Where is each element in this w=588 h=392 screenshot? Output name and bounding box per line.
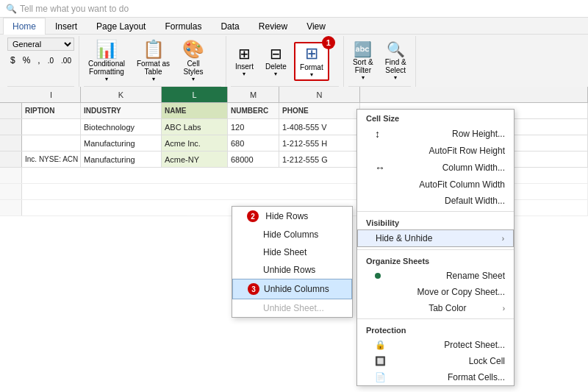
cell-m-3[interactable]: 68000 (228, 152, 279, 167)
hide-columns-item[interactable]: Hide Columns (232, 226, 352, 243)
hide-rows-badge: 2 (247, 210, 259, 222)
unhide-sheet-item[interactable]: Unhide Sheet... (232, 299, 352, 317)
cell-n-header[interactable]: PHONE (279, 103, 360, 118)
unhide-rows-item[interactable]: Unhide Rows (232, 261, 352, 279)
protect-sheet-item[interactable]: 🔒 Protect Sheet... (357, 337, 514, 353)
row-header (0, 135, 22, 151)
autofit-col-item[interactable]: AutoFit Column Width (357, 177, 514, 193)
rename-sheet-label: Rename Sheet (446, 271, 505, 281)
tab-page-layout[interactable]: Page Layout (87, 18, 155, 35)
format-cells-label: Format Cells... (448, 372, 505, 382)
format-cells-item[interactable]: 📄 Format Cells... (357, 369, 514, 385)
move-copy-item[interactable]: Move or Copy Sheet... (357, 284, 514, 300)
cell-n-1[interactable]: 1-408-555 V (279, 119, 360, 135)
tab-color-item[interactable]: Tab Color › (357, 300, 514, 316)
cell-k-header[interactable]: INDUSTRY (81, 103, 162, 118)
insert-button[interactable]: ⊞ Insert ▾ (231, 43, 258, 79)
tab-view[interactable]: View (297, 18, 335, 35)
cell-k-3[interactable]: Manufacturing (81, 152, 162, 167)
hide-unhide-submenu: 2 Hide Rows Hide Columns Hide Sheet Unhi… (232, 206, 353, 318)
unhide-columns-label: Unhide Columns (264, 284, 329, 294)
row-header (0, 152, 22, 167)
cell-m-1[interactable]: 120 (228, 119, 279, 135)
hide-rows-item[interactable]: 2 Hide Rows (232, 207, 352, 226)
cell-m-header[interactable]: NUMBERC (228, 103, 279, 118)
separator-1 (357, 211, 514, 212)
default-width-label: Default Width... (445, 196, 505, 206)
tab-data[interactable]: Data (211, 18, 248, 35)
cell-n-2[interactable]: 1-212-555 H (279, 135, 360, 151)
col-header-m[interactable]: M (228, 87, 279, 102)
cell-l-1[interactable]: ABC Labs (162, 119, 228, 135)
cell-styles-label: CellStyles (183, 60, 203, 76)
tab-home[interactable]: Home (3, 18, 46, 35)
conditional-formatting-label: ConditionalFormatting (88, 60, 125, 76)
delete-arrow: ▾ (274, 71, 277, 77)
hide-unhide-item[interactable]: Hide & Unhide › (357, 229, 514, 247)
col-header-l[interactable]: L (162, 87, 228, 102)
dec-plus-button[interactable]: .0 (45, 55, 57, 66)
autofit-row-item[interactable]: AutoFit Row Height (357, 143, 514, 159)
col-header-k[interactable]: K (81, 87, 162, 102)
cell-i-2[interactable] (22, 135, 81, 151)
visibility-title: Visibility (357, 214, 514, 229)
cell-i-3[interactable]: Inc. NYSE: ACN (22, 152, 81, 167)
cell-i-header[interactable]: RIPTION (22, 103, 81, 118)
separator-3 (357, 318, 514, 319)
cell-k-1[interactable]: Biotechnology (81, 119, 162, 135)
unhide-sheet-label: Unhide Sheet... (263, 303, 324, 313)
move-copy-label: Move or Copy Sheet... (417, 287, 505, 297)
percent-button[interactable]: % (20, 54, 34, 67)
number-format-select[interactable]: General (7, 38, 74, 51)
sort-arrow: ▾ (362, 74, 365, 81)
delete-button[interactable]: ⊟ Delete ▾ (261, 43, 291, 79)
cell-m-2[interactable]: 680 (228, 135, 279, 151)
cell-k-2[interactable]: Manufacturing (81, 135, 162, 151)
find-arrow: ▾ (394, 74, 397, 81)
tell-me-bar: 🔍 Tell me what you want to do (0, 0, 588, 18)
unhide-columns-item[interactable]: 3 Unhide Columns (232, 279, 352, 299)
search-icon: 🔍 (6, 4, 17, 14)
rename-sheet-item[interactable]: Rename Sheet (357, 268, 514, 284)
conditional-formatting-button[interactable]: 📊 ConditionalFormatting ▾ (84, 38, 129, 85)
hide-sheet-label: Hide Sheet (263, 247, 306, 257)
format-as-table-button[interactable]: 📋 Format asTable ▾ (132, 38, 174, 85)
comma-button[interactable]: , (35, 54, 43, 67)
hide-unhide-label: Hide & Unhide (376, 233, 432, 243)
sort-filter-label: Sort &Filter (353, 58, 373, 74)
tab-review[interactable]: Review (249, 18, 297, 35)
find-select-button[interactable]: 🔍 Find &Select ▾ (381, 39, 411, 83)
hide-sheet-item[interactable]: Hide Sheet (232, 243, 352, 261)
format-as-table-label: Format asTable (137, 60, 170, 76)
default-width-item[interactable]: Default Width... (357, 193, 514, 209)
cell-i-1[interactable] (22, 119, 81, 135)
col-header-i[interactable]: I (22, 87, 81, 102)
cell-l-3[interactable]: Acme-NY (162, 152, 228, 167)
tab-formulas[interactable]: Formulas (155, 18, 211, 35)
hide-rows-label: Hide Rows (265, 211, 308, 221)
tab-color-arrow: › (503, 304, 505, 313)
cell-n-3[interactable]: 1-212-555 G (279, 152, 360, 167)
tab-insert[interactable]: Insert (46, 18, 87, 35)
col-header-n[interactable]: N (279, 87, 360, 102)
cell-l-2[interactable]: Acme Inc. (162, 135, 228, 151)
cell-l-header[interactable]: NAME (162, 103, 228, 118)
delete-label: Delete (265, 63, 287, 71)
cell-styles-button[interactable]: 🎨 CellStyles ▾ (177, 38, 209, 85)
protect-sheet-label: Protect Sheet... (444, 340, 505, 350)
format-button-wrap: ⊞ Format ▾ 1 (294, 42, 329, 81)
sort-filter-button[interactable]: 🔤 Sort &Filter ▾ (348, 39, 378, 83)
dec-minus-button[interactable]: .00 (58, 55, 74, 66)
unhide-cols-badge: 3 (248, 283, 259, 295)
insert-label: Insert (235, 63, 254, 71)
row-height-label: Row Height... (452, 129, 505, 139)
lock-cell-item[interactable]: 🔲 Lock Cell (357, 353, 514, 369)
row-header (0, 168, 22, 183)
currency-button[interactable]: $ (7, 54, 18, 67)
tell-me-text[interactable]: Tell me what you want to do (20, 4, 129, 14)
format-badge: 1 (322, 36, 335, 49)
row-height-item[interactable]: ↕ Row Height... (357, 125, 514, 143)
row-header (0, 103, 22, 118)
col-width-item[interactable]: ↔ Column Width... (357, 159, 514, 177)
row-header (0, 119, 22, 135)
